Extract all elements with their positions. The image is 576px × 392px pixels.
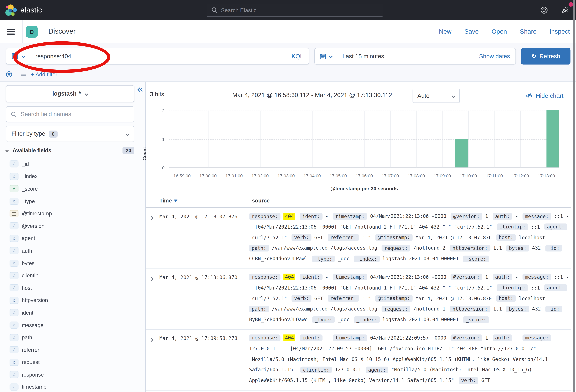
- x-tick-label: 17:04:00: [297, 173, 327, 178]
- filter-icon[interactable]: [6, 71, 12, 78]
- field-item-auth[interactable]: tauth: [0, 245, 145, 257]
- field-value: ::1: [531, 285, 540, 291]
- page-scrollbar[interactable]: [573, 0, 576, 392]
- text-field-icon: t: [10, 384, 18, 391]
- divider: [46, 20, 46, 43]
- field-item-response[interactable]: tresponse: [0, 368, 145, 381]
- field-item-timestamp[interactable]: ttimestamp: [0, 381, 145, 392]
- time-column-header[interactable]: Time: [159, 198, 177, 203]
- time-range-value[interactable]: Last 15 minutes: [337, 53, 479, 59]
- field-item-_score[interactable]: #_score: [0, 183, 145, 195]
- menu-button[interactable]: [7, 29, 15, 35]
- document-row: Mar 4, 2021 @ 17:13:07.876response: 404 …: [146, 208, 571, 269]
- field-item-_index[interactable]: t_index: [0, 170, 145, 182]
- date-quick-menu-button[interactable]: [315, 48, 337, 64]
- field-name-pill: verb:: [459, 377, 478, 384]
- field-item-agent[interactable]: tagent: [0, 232, 145, 245]
- expand-row-button[interactable]: [146, 272, 159, 325]
- chevron-down-icon: [5, 149, 8, 152]
- field-item-host[interactable]: thost: [0, 282, 145, 294]
- field-item-@version[interactable]: t@version: [0, 220, 145, 232]
- histogram-bar-17:09:30[interactable]: [455, 139, 468, 168]
- nav-link-open[interactable]: Open: [491, 28, 507, 35]
- hide-chart-button[interactable]: Hide chart: [526, 92, 564, 99]
- x-tick-label: 17:02:00: [245, 173, 275, 178]
- field-item-clientip[interactable]: tclientip: [0, 269, 145, 281]
- index-pattern-select[interactable]: logstash-*: [6, 85, 134, 102]
- text-field-icon: t: [10, 260, 18, 267]
- nav-link-new[interactable]: New: [439, 28, 452, 35]
- document-time: Mar 4, 2021 @ 17:13:06.870: [159, 272, 249, 325]
- text-field-icon: t: [10, 198, 18, 205]
- field-value: "curl/7.52.1": [249, 296, 287, 301]
- field-item-referrer[interactable]: treferrer: [0, 344, 145, 356]
- document-table: Mar 4, 2021 @ 17:13:07.876response: 404 …: [146, 208, 571, 392]
- field-item-_type[interactable]: t_type: [0, 195, 145, 207]
- nav-link-inspect[interactable]: Inspect: [549, 28, 570, 35]
- field-name-pill: @timestamp:: [375, 295, 413, 302]
- elastic-logo[interactable]: elastic: [5, 4, 42, 16]
- field-item-_id[interactable]: t_id: [0, 158, 145, 170]
- field-name-pill: _id:: [545, 245, 562, 252]
- query-language-button[interactable]: KQL: [291, 53, 309, 59]
- query-input-box[interactable]: response:404 KQL: [6, 48, 309, 65]
- field-item-httpversion[interactable]: thttpversion: [0, 294, 145, 307]
- scrollbar-thumb[interactable]: [573, 0, 575, 392]
- divider: [23, 20, 23, 43]
- field-item-request[interactable]: trequest: [0, 356, 145, 368]
- field-name: @timestamp: [22, 211, 52, 217]
- nav-link-save[interactable]: Save: [464, 28, 479, 35]
- field-item-bytes[interactable]: tbytes: [0, 257, 145, 269]
- field-value: -: [515, 335, 518, 341]
- gridline-horizontal: [169, 111, 559, 111]
- number-field-icon: #: [10, 185, 18, 192]
- x-tick-label: 17:07:00: [375, 173, 405, 178]
- collapse-sidebar-button[interactable]: [137, 86, 144, 93]
- nav-link-share[interactable]: Share: [520, 28, 537, 35]
- gridline-vertical: [390, 111, 391, 168]
- field-item-path[interactable]: tpath: [0, 331, 145, 343]
- field-value: -: [325, 274, 328, 280]
- x-tick-label: 17:13:00: [532, 173, 561, 178]
- field-name-pill: @timestamp:: [375, 234, 413, 241]
- field-name-pill: host:: [496, 234, 516, 241]
- field-item-message[interactable]: tmessage: [0, 319, 145, 331]
- global-search-input[interactable]: Search Elastic: [207, 4, 383, 17]
- deployment-badge[interactable]: D: [26, 26, 38, 38]
- help-button[interactable]: [540, 6, 548, 14]
- field-name-pill: _index:: [354, 316, 380, 323]
- x-tick-label: 17:08:00: [402, 173, 431, 178]
- x-tick-label: 17:01:00: [219, 173, 249, 178]
- field-search-input[interactable]: Search field names: [6, 106, 134, 122]
- refresh-button[interactable]: ↻ Refresh: [521, 48, 571, 65]
- field-name-pill: path:: [249, 306, 269, 312]
- newsfeed-button[interactable]: [561, 6, 570, 14]
- field-name-pill: timestamp:: [333, 274, 367, 280]
- field-item-@timestamp[interactable]: @timestamp: [0, 207, 145, 220]
- field-name: bytes: [22, 260, 34, 266]
- gridline-vertical: [182, 111, 182, 168]
- field-value: CCBN_3cB04dGovJLPawl: [249, 256, 308, 262]
- gridline-vertical: [208, 111, 208, 168]
- query-input[interactable]: response:404: [30, 53, 291, 59]
- histogram-chart[interactable]: Count 012 16:59:0017:00:0017:01:0017:02:…: [146, 108, 576, 200]
- field-value: -: [515, 274, 518, 280]
- field-name-pill: referrer:: [327, 295, 359, 302]
- field-name-pill: message:: [523, 213, 551, 220]
- histogram-bar-17:13:00[interactable]: [546, 110, 559, 167]
- field-name-pill: @version:: [451, 274, 482, 280]
- chevron-down-icon: [126, 132, 129, 136]
- add-filter-button[interactable]: + Add filter: [31, 71, 57, 78]
- document-source: response: 404 ident: - timestamp: 04/Mar…: [249, 333, 571, 386]
- plot-area: [169, 111, 559, 168]
- saved-query-menu-button[interactable]: [6, 48, 30, 64]
- interval-select[interactable]: Auto: [412, 89, 460, 103]
- expand-row-button[interactable]: [146, 211, 159, 264]
- field-item-ident[interactable]: tident: [0, 307, 145, 319]
- available-fields-header[interactable]: Available fields 20: [6, 146, 134, 155]
- filter-by-type-select[interactable]: Filter by type 0: [6, 126, 134, 142]
- expand-row-button[interactable]: [146, 333, 159, 386]
- field-value: -: [492, 317, 495, 322]
- show-dates-button[interactable]: Show dates: [479, 53, 516, 59]
- gridline-vertical: [520, 111, 521, 168]
